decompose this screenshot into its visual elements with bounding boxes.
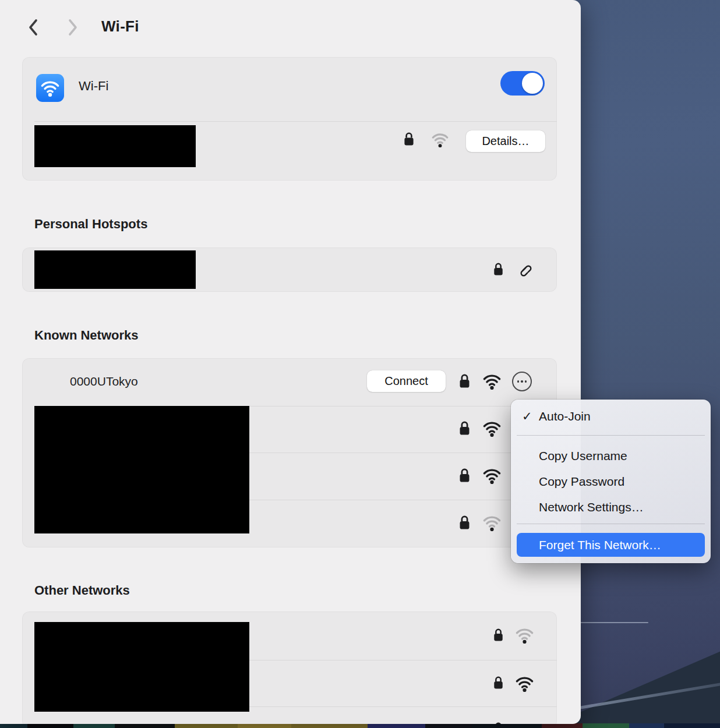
redacted-network-name bbox=[34, 125, 196, 167]
menu-item-copy-password[interactable]: Copy Password bbox=[517, 470, 705, 493]
wifi-signal-full-icon bbox=[482, 467, 502, 485]
forward-button[interactable] bbox=[63, 16, 83, 38]
ellipsis-icon bbox=[521, 380, 523, 383]
wifi-app-icon bbox=[36, 74, 64, 102]
chevron-right-icon bbox=[67, 19, 79, 36]
wallpaper-seam-line bbox=[580, 622, 648, 623]
redacted-network-name bbox=[34, 406, 249, 533]
personal-hotspots-card bbox=[22, 248, 557, 292]
wifi-signal-weak-icon bbox=[515, 627, 534, 644]
other-networks-card bbox=[22, 612, 557, 724]
section-title-personal-hotspots: Personal Hotspots bbox=[34, 217, 147, 232]
lock-icon bbox=[493, 720, 504, 724]
section-title-known-networks: Known Networks bbox=[34, 328, 138, 343]
menu-item-label: Forget This Network… bbox=[539, 538, 661, 552]
hotspot-row[interactable] bbox=[22, 248, 557, 292]
details-button[interactable]: Details… bbox=[466, 130, 545, 152]
lock-icon bbox=[493, 261, 504, 277]
menu-item-label: Copy Username bbox=[539, 449, 627, 463]
connect-button[interactable]: Connect bbox=[367, 370, 446, 392]
menu-item-network-settings[interactable]: Network Settings… bbox=[517, 496, 705, 519]
menu-item-auto-join[interactable]: ✓ Auto-Join bbox=[517, 405, 705, 428]
menu-separator bbox=[517, 524, 705, 524]
redacted-network-name bbox=[34, 250, 196, 289]
toggle-knob bbox=[522, 73, 543, 94]
system-settings-window: Wi-Fi Wi-Fi Details… Personal Hotspots bbox=[0, 0, 581, 724]
page-title: Wi-Fi bbox=[101, 17, 139, 36]
menu-separator bbox=[517, 435, 705, 436]
wifi-toggle-label: Wi-Fi bbox=[79, 79, 108, 94]
wifi-signal-weak-icon bbox=[431, 132, 449, 148]
menu-item-label: Auto-Join bbox=[539, 409, 591, 423]
known-networks-card: 0000UTokyo Connect bbox=[22, 358, 557, 547]
lock-icon bbox=[458, 514, 471, 531]
lock-icon bbox=[403, 130, 415, 147]
more-options-button[interactable] bbox=[512, 372, 532, 391]
known-network-row[interactable]: 0000UTokyo Connect bbox=[22, 358, 557, 406]
menu-item-label: Network Settings… bbox=[539, 500, 644, 514]
menu-item-label: Copy Password bbox=[539, 475, 624, 489]
link-icon bbox=[516, 261, 532, 277]
ellipsis-icon bbox=[525, 380, 527, 383]
network-name: 0000UTokyo bbox=[70, 374, 138, 388]
lock-icon bbox=[458, 419, 471, 437]
screen-bottom-strip bbox=[0, 723, 720, 728]
menu-item-forget-this-network[interactable]: Forget This Network… bbox=[517, 533, 705, 557]
redacted-network-name bbox=[34, 622, 249, 712]
wifi-signal-weak-icon bbox=[482, 514, 502, 532]
ellipsis-icon bbox=[517, 380, 520, 383]
section-title-other-networks: Other Networks bbox=[34, 583, 130, 598]
wifi-card: Wi-Fi Details… bbox=[22, 57, 557, 181]
lock-icon bbox=[458, 372, 471, 390]
back-button[interactable] bbox=[23, 16, 43, 38]
menu-item-copy-username[interactable]: Copy Username bbox=[517, 444, 705, 468]
lock-icon bbox=[493, 627, 504, 643]
lock-icon bbox=[493, 674, 504, 691]
wifi-signal-full-icon bbox=[482, 420, 502, 437]
chevron-left-icon bbox=[27, 19, 39, 36]
wifi-toggle[interactable] bbox=[500, 71, 545, 96]
network-context-menu: ✓ Auto-Join Copy Username Copy Password … bbox=[511, 400, 711, 563]
wifi-icon bbox=[40, 79, 60, 97]
current-network-row[interactable]: Details… bbox=[22, 121, 557, 181]
checkmark-icon: ✓ bbox=[522, 409, 532, 423]
wifi-signal-full-icon bbox=[482, 373, 502, 390]
wifi-signal-full-icon bbox=[515, 675, 534, 692]
lock-icon bbox=[458, 467, 471, 484]
